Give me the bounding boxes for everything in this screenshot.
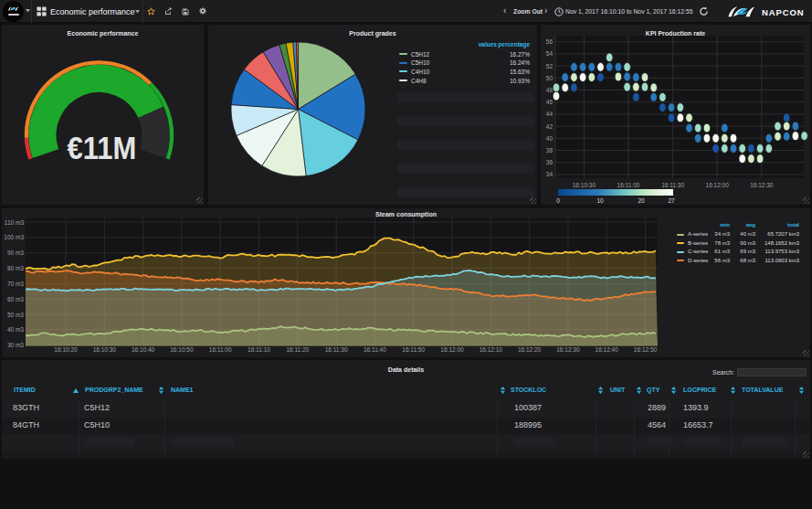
svg-text:16:10:30: 16:10:30: [93, 346, 117, 353]
svg-text:16:11:20: 16:11:20: [286, 346, 309, 353]
svg-text:30 m3: 30 m3: [7, 342, 24, 348]
svg-text:16:12:10: 16:12:10: [480, 346, 503, 353]
svg-text:16:10:50: 16:10:50: [170, 346, 194, 353]
svg-text:46: 46: [546, 99, 554, 105]
svg-text:50: 50: [546, 75, 554, 81]
svg-text:70 m3: 70 m3: [7, 281, 24, 287]
svg-text:16:11:10: 16:11:10: [248, 346, 270, 353]
svg-text:42: 42: [546, 123, 554, 130]
svg-text:80 m3: 80 m3: [7, 265, 24, 271]
svg-text:10: 10: [596, 197, 604, 204]
svg-text:16:11:00: 16:11:00: [209, 346, 232, 353]
svg-text:40 m3: 40 m3: [7, 326, 24, 333]
svg-text:16:11:30: 16:11:30: [325, 346, 348, 353]
svg-text:16:11:50: 16:11:50: [402, 346, 425, 353]
svg-text:38: 38: [546, 147, 554, 154]
svg-text:56: 56: [546, 38, 554, 45]
svg-text:16:10:20: 16:10:20: [54, 346, 78, 353]
svg-text:16:12:20: 16:12:20: [518, 346, 542, 353]
svg-text:16:11:30: 16:11:30: [661, 182, 684, 188]
svg-text:16:10:40: 16:10:40: [132, 346, 155, 353]
svg-text:16:10:30: 16:10:30: [573, 182, 596, 188]
svg-text:27: 27: [668, 197, 675, 204]
svg-text:16:12:00: 16:12:00: [440, 346, 464, 353]
svg-text:20: 20: [638, 197, 645, 204]
svg-text:60 m3: 60 m3: [7, 296, 24, 302]
svg-text:16:11:40: 16:11:40: [364, 346, 386, 353]
svg-text:40: 40: [546, 135, 554, 142]
svg-text:36: 36: [546, 159, 554, 165]
svg-text:16:12:50: 16:12:50: [634, 346, 658, 353]
svg-text:16:12:00: 16:12:00: [706, 182, 730, 188]
svg-text:52: 52: [546, 63, 554, 69]
svg-text:16:11:00: 16:11:00: [617, 182, 640, 188]
svg-text:34: 34: [546, 171, 554, 177]
svg-text:16:12:30: 16:12:30: [556, 346, 580, 353]
svg-text:0: 0: [556, 197, 560, 204]
svg-text:54: 54: [546, 50, 554, 57]
svg-text:16:12:40: 16:12:40: [596, 346, 619, 353]
svg-text:16:12:30: 16:12:30: [750, 182, 774, 188]
svg-text:50 m3: 50 m3: [7, 312, 24, 318]
svg-text:48: 48: [546, 87, 554, 93]
svg-text:44: 44: [546, 111, 554, 117]
svg-text:€11M: €11M: [68, 130, 137, 165]
